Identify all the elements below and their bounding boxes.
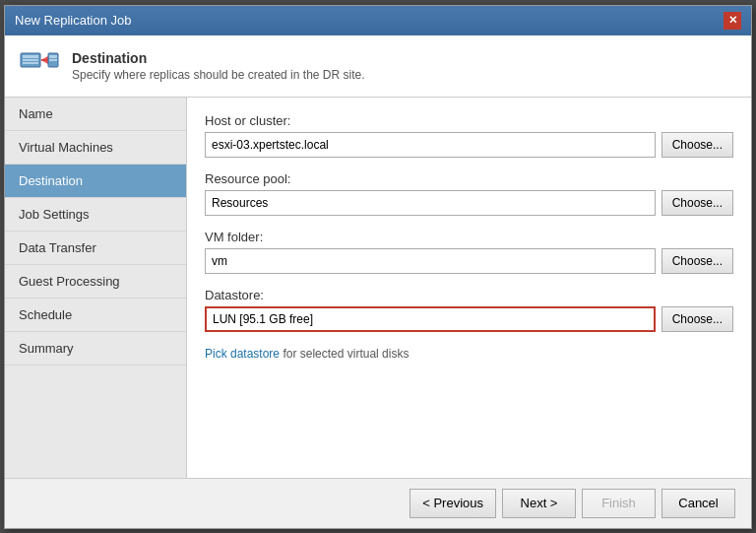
host-cluster-group: Host or cluster: Choose...: [205, 113, 733, 158]
resource-pool-group: Resource pool: Choose...: [205, 171, 733, 216]
datastore-input[interactable]: [205, 306, 656, 332]
sidebar-item-name[interactable]: Name: [5, 98, 186, 131]
vm-folder-label: VM folder:: [205, 230, 733, 244]
dialog-window: New Replication Job ✕ Destination Specif…: [4, 5, 752, 529]
previous-button[interactable]: < Previous: [410, 489, 496, 518]
replication-icon: [19, 45, 60, 87]
close-button[interactable]: ✕: [724, 12, 741, 30]
datastore-choose-button[interactable]: Choose...: [662, 306, 733, 332]
svg-rect-8: [49, 55, 57, 58]
resource-pool-input[interactable]: [205, 190, 656, 216]
title-bar: New Replication Job ✕: [5, 6, 751, 35]
sidebar-item-guest-processing[interactable]: Guest Processing: [5, 265, 186, 299]
sidebar-item-virtual-machines[interactable]: Virtual Machines: [5, 131, 186, 165]
sidebar-item-job-settings[interactable]: Job Settings: [5, 198, 186, 232]
sidebar-item-data-transfer[interactable]: Data Transfer: [5, 232, 186, 265]
pick-datastore-row: Pick datastore for selected virtual disk…: [205, 346, 733, 361]
host-cluster-label: Host or cluster:: [205, 113, 733, 128]
pick-datastore-link[interactable]: Pick datastore: [205, 347, 280, 361]
host-cluster-input[interactable]: [205, 132, 656, 158]
svg-rect-2: [23, 59, 38, 61]
next-button[interactable]: Next >: [502, 489, 576, 518]
dialog-title: New Replication Job: [15, 13, 132, 28]
svg-rect-3: [23, 62, 38, 64]
resource-pool-choose-button[interactable]: Choose...: [662, 190, 733, 216]
host-cluster-choose-button[interactable]: Choose...: [662, 132, 733, 158]
datastore-group: Datastore: Choose...: [205, 288, 733, 332]
cancel-button[interactable]: Cancel: [662, 489, 735, 518]
vm-folder-input[interactable]: [205, 248, 656, 274]
datastore-label: Datastore:: [205, 288, 733, 302]
vm-folder-choose-button[interactable]: Choose...: [662, 248, 733, 274]
footer: < Previous Next > Finish Cancel: [5, 478, 751, 528]
finish-button[interactable]: Finish: [582, 489, 656, 518]
svg-rect-9: [49, 59, 57, 61]
dialog-body: Name Virtual Machines Destination Job Se…: [5, 98, 751, 478]
header-title: Destination: [72, 50, 365, 66]
sidebar: Name Virtual Machines Destination Job Se…: [5, 98, 187, 478]
sidebar-item-schedule[interactable]: Schedule: [5, 299, 186, 332]
pick-datastore-suffix: for selected virtual disks: [280, 347, 409, 361]
resource-pool-label: Resource pool:: [205, 171, 733, 186]
header-text: Destination Specify where replicas shoul…: [72, 50, 365, 82]
sidebar-item-destination[interactable]: Destination: [5, 165, 186, 198]
main-content: Host or cluster: Choose... Resource pool…: [187, 98, 751, 478]
sidebar-item-summary[interactable]: Summary: [5, 332, 186, 366]
vm-folder-group: VM folder: Choose...: [205, 230, 733, 274]
header-subtitle: Specify where replicas should be created…: [72, 68, 365, 82]
header-area: Destination Specify where replicas shoul…: [5, 35, 751, 98]
svg-rect-1: [23, 55, 38, 58]
